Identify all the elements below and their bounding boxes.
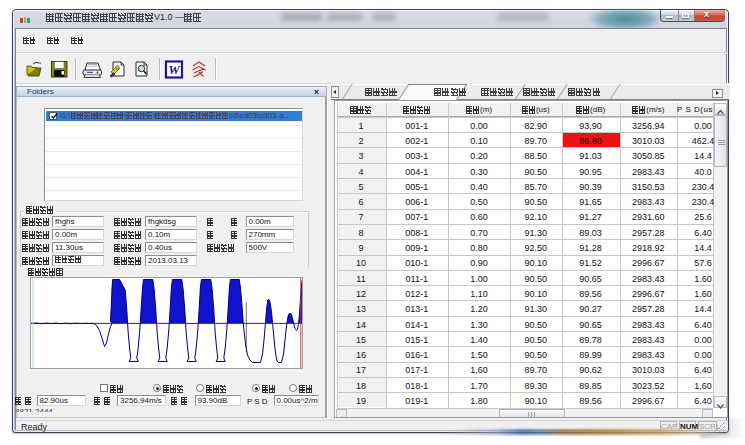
svg-text:W: W <box>168 62 181 77</box>
